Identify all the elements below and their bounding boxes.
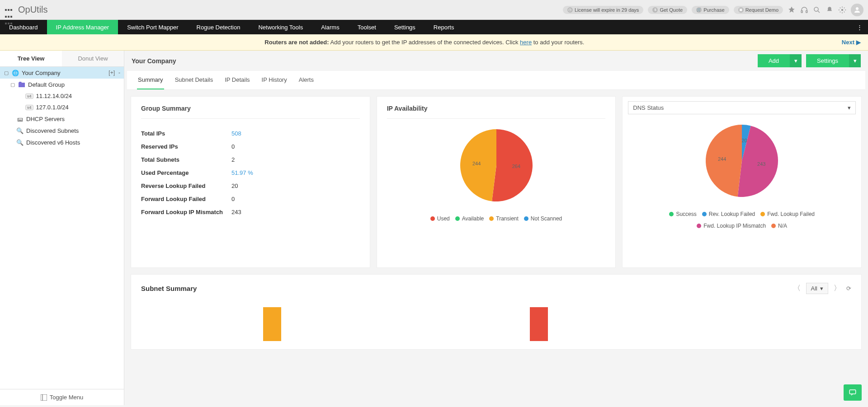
rocket-icon[interactable] — [788, 6, 796, 14]
legend-item[interactable]: Fwd. Lookup Failed — [760, 211, 815, 217]
svg-line-3 — [818, 11, 820, 13]
legend-label: Used — [437, 215, 450, 222]
subtab-subnet-details[interactable]: Subnet Details — [174, 71, 214, 89]
card-dns-status: DNS Status▾ 20243244 SuccessRev. Lookup … — [622, 96, 862, 268]
add-caret-icon[interactable]: ▾ — [790, 54, 802, 67]
tree-discovered-v6[interactable]: 🔍 Discovered v6 Hosts — [0, 136, 124, 148]
subtab-ip-details[interactable]: IP Details — [224, 71, 250, 89]
add-button[interactable]: Add ▾ — [758, 54, 802, 67]
svg-text:244: 244 — [718, 156, 726, 162]
settings-button[interactable]: Settings ▾ — [806, 54, 861, 67]
tree-root-label: Your Company — [22, 70, 61, 76]
tree-add-icon[interactable]: [+] — [108, 70, 115, 76]
svg-rect-0 — [801, 10, 802, 13]
legend-dot — [771, 224, 776, 228]
legend-dot — [489, 216, 494, 221]
nav-settings[interactable]: Settings — [385, 20, 425, 34]
bell-icon[interactable] — [826, 6, 834, 14]
bar — [263, 307, 281, 341]
search-icon[interactable] — [813, 6, 821, 14]
nav-reports[interactable]: Reports — [425, 20, 463, 34]
subtab-ip-history[interactable]: IP History — [261, 71, 288, 89]
subtab-summary[interactable]: Summary — [137, 71, 164, 89]
tree-item-label: Discovered v6 Hosts — [26, 139, 80, 146]
gear-icon[interactable] — [838, 6, 846, 14]
nav-switch-port-mapper[interactable]: Switch Port Mapper — [118, 20, 187, 34]
legend-label: Not Scanned — [531, 215, 562, 222]
subnet-summary-section: Subnet Summary 〈 All ▾ 〉 ⟳ 200250 — [131, 274, 862, 350]
tree-group-label: Default Group — [28, 81, 65, 88]
nav-ip-address-manager[interactable]: IP Address Manager — [47, 20, 118, 34]
nav-dashboard[interactable]: Dashboard — [0, 20, 47, 34]
avatar[interactable] — [851, 4, 863, 16]
tree-group[interactable]: ▢ Default Group — [0, 79, 124, 90]
legend-dot — [697, 224, 701, 228]
svg-text:243: 243 — [757, 161, 765, 167]
summary-key: Reverse Lookup Failed — [141, 182, 231, 189]
svg-text:264: 264 — [512, 164, 520, 169]
legend-item[interactable]: Available — [455, 215, 484, 222]
legend-item[interactable]: N/A — [771, 223, 787, 229]
legend-item[interactable]: Transient — [489, 215, 519, 222]
purchase-pill[interactable]: 🛒Purchase — [692, 6, 729, 14]
notice-bold: Routers are not added: — [264, 39, 329, 46]
summary-value: 0 — [231, 143, 235, 150]
tree-item-label: DHCP Servers — [26, 116, 65, 122]
tree-remove-icon[interactable]: - — [118, 70, 120, 76]
subnet-summary-title: Subnet Summary — [141, 285, 197, 292]
settings-caret-icon[interactable]: ▾ — [849, 54, 861, 67]
chat-fab[interactable] — [844, 384, 862, 401]
legend-item[interactable]: Fwd. Lookup IP Mismatch — [697, 223, 766, 229]
legend-item[interactable]: Success — [669, 211, 696, 217]
subtab-alerts[interactable]: Alerts — [298, 71, 315, 89]
summary-key: Reserved IPs — [141, 143, 231, 150]
legend-item[interactable]: Used — [430, 215, 450, 222]
legend-item[interactable]: Rev. Lookup Failed — [702, 211, 755, 217]
get-quote-pill[interactable]: $Get Quote — [648, 6, 687, 14]
nav-alarms[interactable]: Alarms — [312, 20, 348, 34]
dns-status-select[interactable]: DNS Status▾ — [628, 101, 856, 114]
nav-rogue-detection[interactable]: Rogue Detection — [188, 20, 250, 34]
tab-tree-view[interactable]: Tree View — [0, 51, 62, 66]
legend-dot — [669, 212, 674, 216]
summary-value[interactable]: 51.97 % — [231, 169, 253, 176]
nav-more-icon[interactable]: ⋮ — [851, 20, 868, 34]
chevron-down-icon: ▾ — [820, 285, 823, 292]
nav-networking-tools[interactable]: Networking Tools — [249, 20, 312, 34]
tree-dhcp-servers[interactable]: 🖴 DHCP Servers — [0, 113, 124, 125]
headset-icon[interactable] — [800, 6, 808, 14]
legend-item[interactable]: Not Scanned — [524, 215, 562, 222]
tree-subnet[interactable]: v4 127.0.1.0/24 — [0, 102, 124, 113]
next-page-icon[interactable]: 〉 — [834, 284, 841, 293]
tree-root[interactable]: ▢ 🌐 Your Company [+]- — [0, 67, 124, 79]
ip-availability-pie: 264244 — [458, 127, 535, 204]
bar — [530, 307, 548, 341]
refresh-icon[interactable]: ⟳ — [846, 285, 851, 292]
license-pill[interactable]: ◷License will expire in 29 days — [563, 6, 643, 14]
svg-point-4 — [841, 9, 844, 11]
sub-tabs: Summary Subnet Details IP Details IP His… — [127, 71, 865, 90]
toggle-menu-button[interactable]: Toggle Menu — [0, 389, 124, 405]
server-icon: 🖴 — [16, 115, 24, 122]
summary-value: 0 — [231, 196, 235, 202]
legend-dot — [430, 216, 435, 221]
summary-value[interactable]: 508 — [231, 130, 241, 137]
summary-row: Reserved IPs0 — [141, 140, 360, 153]
legend-label: Rev. Lookup Failed — [709, 211, 755, 217]
notice-here-link[interactable]: here — [520, 39, 532, 46]
sidebar: Tree View Donut View ▢ 🌐 Your Company [+… — [0, 51, 124, 405]
tree-subnet[interactable]: v4 11.12.14.0/24 — [0, 90, 124, 102]
request-demo-pill[interactable]: ▣Request Demo — [734, 6, 783, 14]
notice-next-button[interactable]: Next ▶ — [842, 39, 861, 46]
prev-page-icon[interactable]: 〈 — [793, 284, 801, 293]
nav-toolset[interactable]: Toolset — [349, 20, 385, 34]
svg-point-5 — [856, 7, 859, 10]
search-host-icon: 🔍 — [16, 139, 24, 146]
tab-donut-view[interactable]: Donut View — [62, 51, 124, 66]
main-nav: Dashboard IP Address Manager Switch Port… — [0, 20, 868, 34]
card-group-summary: Group Summary Total IPs508Reserved IPs0T… — [131, 96, 370, 268]
apps-grid-icon[interactable] — [5, 6, 13, 14]
subnet-filter-select[interactable]: All ▾ — [806, 283, 828, 294]
summary-row: Reverse Lookup Failed20 — [141, 179, 360, 192]
tree-discovered-subnets[interactable]: 🔍 Discovered Subnets — [0, 125, 124, 136]
